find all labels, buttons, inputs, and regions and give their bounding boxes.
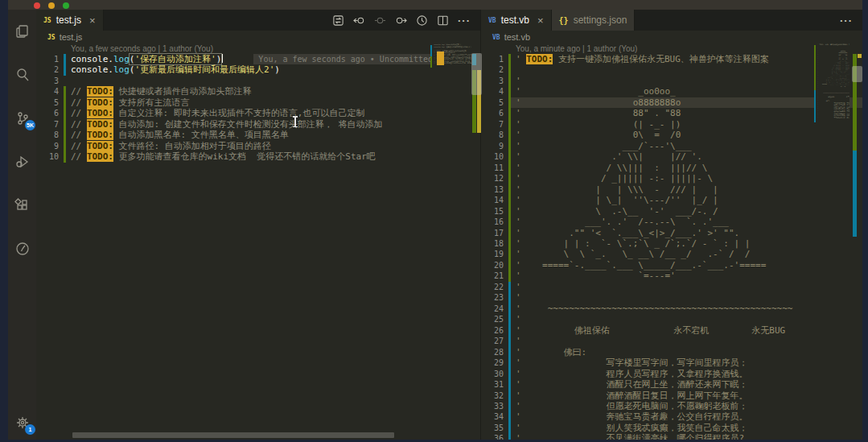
code-text: ' ___'. .' /--.--\ `. .'___ bbox=[511, 217, 862, 227]
code-line[interactable]: 27' bbox=[481, 336, 862, 346]
code-line[interactable]: 28' 佛曰: bbox=[481, 347, 862, 357]
code-line[interactable]: 5' o8888888o bbox=[481, 97, 862, 108]
close-window-button[interactable] bbox=[34, 2, 40, 9]
gitlens-icon[interactable] bbox=[12, 238, 32, 258]
more-actions-icon[interactable]: ··· bbox=[458, 14, 471, 27]
previous-change-icon[interactable] bbox=[353, 14, 365, 27]
code-text: ' ~~~~~~~~~~~~~~~~~~~~~~~~~~~~~~~~~~~~~~… bbox=[511, 304, 862, 314]
code-line[interactable]: 9// TODO: 文件路径: 自动添加相对于项目的路径 bbox=[36, 141, 480, 151]
code-text: ' | \_| ''\---/'' |_/ | bbox=[511, 195, 862, 205]
code-text: // TODO: 快捷键或者插件自动添加头部注释 bbox=[66, 86, 480, 97]
minimap-left[interactable]: console.log('保存自动添加注释') console.log('更新最… bbox=[430, 43, 471, 440]
manage-gear-icon[interactable]: 1 bbox=[12, 412, 32, 432]
code-line[interactable]: 10' .' \\| |// '. bbox=[481, 151, 862, 162]
code-line[interactable]: 2console.log('更新最后编辑时间和最后编辑人2') bbox=[36, 64, 480, 75]
scrollbar-thumb[interactable] bbox=[852, 66, 862, 82]
code-line[interactable]: 4' _oo0oo_ bbox=[481, 86, 862, 97]
toggle-blame-icon[interactable] bbox=[416, 14, 428, 27]
code-line[interactable]: 9' ___/`---'\___ bbox=[481, 141, 862, 151]
code-line[interactable]: 22' bbox=[481, 282, 862, 292]
open-changes-icon[interactable] bbox=[332, 14, 344, 27]
breadcrumb-right[interactable]: VB test.vb bbox=[481, 31, 862, 43]
code-line[interactable]: 7' (| -_- |) bbox=[481, 119, 862, 130]
search-icon[interactable] bbox=[12, 64, 32, 85]
explorer-icon[interactable] bbox=[12, 21, 32, 41]
code-line[interactable]: 3' bbox=[481, 76, 862, 86]
code-line[interactable]: 14' | \_| ''\---/'' |_/ | bbox=[481, 195, 862, 205]
tab-test-js[interactable]: JS test.js × bbox=[36, 10, 104, 31]
code-line[interactable]: 20' =====`-.____`.___ \_____/___.-`___.-… bbox=[481, 260, 862, 271]
tab-label: test.vb bbox=[501, 14, 529, 26]
code-line[interactable]: 21' `=---=' bbox=[481, 271, 862, 281]
code-line[interactable]: 2 bbox=[481, 64, 862, 75]
next-change-icon[interactable] bbox=[395, 14, 407, 27]
code-line[interactable]: 19' \ \ `_. \_ __\ /__ _/ .-` / / bbox=[481, 249, 862, 259]
code-line[interactable]: 34' 奔驰宝马贵者趣，公交自行程序员。 bbox=[481, 411, 862, 422]
source-control-icon[interactable]: 5K bbox=[12, 108, 32, 128]
tab-settings-json[interactable]: {} settings.json bbox=[552, 10, 636, 31]
code-text: // TODO: 自动添加: 创建文件和保存文件时检测没有头部注释， 将自动添加 bbox=[66, 119, 480, 130]
breadcrumb-left[interactable]: JS test.js bbox=[36, 31, 480, 43]
code-line[interactable]: 3 bbox=[36, 76, 480, 86]
code-line[interactable]: 13' | | \\\ - /// | | bbox=[481, 184, 862, 195]
breadcrumb-item[interactable]: test.vb bbox=[504, 32, 530, 42]
code-line[interactable]: 30' 程序人员写程序，又拿程序换酒钱。 bbox=[481, 369, 862, 379]
editor-content-left[interactable]: You, a few seconds ago | 1 author (You) … bbox=[36, 43, 480, 440]
run-debug-icon[interactable] bbox=[12, 151, 32, 171]
code-line[interactable]: 6// TODO: 自定义注释: 即时未来出现插件不支持的语言,也可以自己定制 bbox=[36, 108, 480, 118]
code-line[interactable]: 12' / _||||| -:- |||||- \ bbox=[481, 173, 862, 184]
line-number: 23 bbox=[481, 292, 504, 303]
code-line[interactable]: 8// TODO: 自动添加黑名单: 文件黑名单、项目黑名单 bbox=[36, 130, 480, 140]
code-line[interactable]: 10// TODO: 更多功能请查看仓库的wiki文档 觉得还不错的话就给个St… bbox=[36, 151, 480, 162]
minimize-window-button[interactable] bbox=[48, 2, 55, 9]
code-line[interactable]: 1console.log('保存自动添加注释')You, a few secon… bbox=[36, 54, 480, 64]
compare-change-icon[interactable] bbox=[374, 14, 386, 27]
code-line[interactable]: 18' | | : `- \`.;`\ _ /`;.`/ - ` : | | bbox=[481, 238, 862, 249]
more-actions-icon[interactable]: ··· bbox=[840, 14, 853, 27]
code-line[interactable]: 7// TODO: 自动添加: 创建文件和保存文件时检测没有头部注释， 将自动添… bbox=[36, 119, 480, 130]
extensions-icon[interactable] bbox=[12, 195, 32, 215]
code-line[interactable]: 11' / \\||| : |||// \ bbox=[481, 163, 862, 173]
line-number: 5 bbox=[481, 97, 504, 108]
gitlens-blame-annotation[interactable]: You, a few seconds ago | 1 author (You) bbox=[36, 43, 480, 54]
code-line[interactable]: 36' 不见满街漂亮妹，哪个归得程序员? bbox=[481, 433, 862, 440]
split-editor-icon[interactable] bbox=[437, 14, 449, 27]
code-line[interactable]: 32' 酒醉酒醒日复日，网上网下年复年。 bbox=[481, 390, 862, 401]
code-line[interactable]: 1' TODO: 支持一键添加佛祖保佑永无BUG、神兽护体等注释图案 bbox=[481, 54, 862, 64]
minimap-change-mark bbox=[430, 45, 432, 56]
code-line[interactable]: 35' 别人笑我忒疯癫，我笑自己命太贱； bbox=[481, 423, 862, 433]
minimap-change-mark bbox=[814, 45, 816, 90]
gitlens-blame-annotation[interactable]: You, a minute ago | 1 author (You) bbox=[481, 43, 862, 54]
code-line[interactable]: 29' 写字楼里写字间，写字间里程序员； bbox=[481, 357, 862, 368]
line-number: 35 bbox=[481, 423, 504, 433]
code-line[interactable]: 5// TODO: 支持所有主流语言 bbox=[36, 97, 480, 108]
close-tab-icon[interactable]: × bbox=[89, 14, 96, 27]
code-line[interactable]: 23' bbox=[481, 292, 862, 303]
code-line[interactable]: 25' bbox=[481, 314, 862, 324]
code-line[interactable]: 17' ."" '< `.___\_<|>_/___.' >' "". bbox=[481, 228, 862, 238]
code-line[interactable]: 24' ~~~~~~~~~~~~~~~~~~~~~~~~~~~~~~~~~~~~… bbox=[481, 304, 862, 314]
line-number: 5 bbox=[36, 97, 59, 108]
code-line[interactable]: 31' 酒醒只在网上坐，酒醉还来网下眠； bbox=[481, 379, 862, 390]
close-tab-icon[interactable]: × bbox=[537, 14, 544, 27]
code-line[interactable]: 8' 0\ = /0 bbox=[481, 130, 862, 140]
horizontal-scrollbar[interactable] bbox=[72, 432, 394, 438]
js-file-icon: JS bbox=[47, 34, 56, 41]
code-line[interactable]: 6' 88" . "88 bbox=[481, 108, 862, 118]
minimap-content: ' TODO: 支持一键添加佛祖保佑永无BUG、神兽护体等注释图案 ' ' _o… bbox=[814, 43, 849, 118]
line-number: 17 bbox=[481, 228, 504, 238]
editor-content-right[interactable]: You, a minute ago | 1 author (You) 1' TO… bbox=[481, 43, 862, 440]
code-text: ' / _||||| -:- |||||- \ bbox=[511, 173, 862, 184]
minimap-right[interactable]: ' TODO: 支持一键添加佛祖保佑永无BUG、神兽护体等注释图案 ' ' _o… bbox=[814, 43, 849, 440]
code-line[interactable]: 4// TODO: 快捷键或者插件自动添加头部注释 bbox=[36, 86, 480, 97]
code-line[interactable]: 16' ___'. .' /--.--\ `. .'___ bbox=[481, 217, 862, 227]
line-number: 8 bbox=[36, 130, 59, 140]
line-number: 6 bbox=[481, 108, 504, 118]
code-text: ' bbox=[511, 314, 862, 324]
tab-test-vb[interactable]: VB test.vb × bbox=[481, 10, 552, 31]
breadcrumb-item[interactable]: test.js bbox=[60, 32, 83, 42]
zoom-window-button[interactable] bbox=[63, 2, 69, 9]
code-line[interactable]: 33' 但愿老死电脑间，不愿鞠躬老板前； bbox=[481, 401, 862, 411]
code-line[interactable]: 26' 佛祖保佑 永不宕机 永无BUG bbox=[481, 325, 862, 336]
code-line[interactable]: 15' \ .-\__ '-' ___/-. / bbox=[481, 206, 862, 217]
